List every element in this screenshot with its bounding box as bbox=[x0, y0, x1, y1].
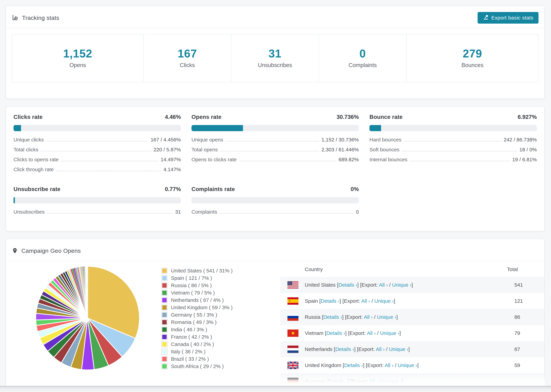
total-cell: 59 bbox=[514, 362, 544, 368]
export-unique-link[interactable]: Unique › bbox=[398, 362, 417, 368]
rate-detail-row: Internal bounces19 / 6.81% bbox=[369, 157, 537, 162]
country-name: Spain bbox=[305, 298, 318, 304]
country-links: [Details ›] [Export: All › / Unique ›] bbox=[324, 330, 401, 336]
rate-detail-value: 689.82% bbox=[339, 157, 359, 162]
export-unique-link[interactable]: Unique › bbox=[374, 298, 394, 304]
total-cell: 79 bbox=[514, 330, 544, 336]
legend-swatch bbox=[161, 356, 168, 362]
details-link[interactable]: Details › bbox=[339, 282, 357, 288]
legend-item: Vietnam ( 79 / 5% ) bbox=[161, 289, 233, 296]
stat-label: Clicks bbox=[180, 62, 195, 68]
stat-box: 0Complaints bbox=[319, 34, 407, 82]
details-link[interactable]: Details › bbox=[321, 298, 339, 304]
rate-panel-header: Complaints rate0% bbox=[191, 186, 359, 192]
legend-swatch bbox=[161, 275, 168, 281]
stat-box: 31Unsubscribes bbox=[231, 34, 319, 82]
flag-vn-icon bbox=[288, 329, 298, 337]
stat-box: 167Clicks bbox=[144, 34, 231, 82]
geo-header: Campaign Geo Opens bbox=[6, 239, 544, 261]
rate-detail-label: Unique clicks bbox=[14, 137, 44, 142]
export-all-link[interactable]: All › bbox=[379, 282, 388, 288]
legend-label: Germany ( 55 / 3% ) bbox=[171, 312, 217, 318]
export-basic-stats-button[interactable]: Export basic stats bbox=[478, 12, 538, 24]
tracking-stats-header: Tracking stats Export basic stats bbox=[6, 6, 544, 28]
legend-item: South Africa ( 29 / 2% ) bbox=[161, 363, 233, 370]
legend-label: United States ( 541 / 31% ) bbox=[171, 268, 233, 274]
legend-item: France ( 42 / 2% ) bbox=[161, 333, 233, 341]
rate-progress-track bbox=[369, 125, 537, 131]
details-link[interactable]: Details › bbox=[344, 362, 363, 368]
geo-title-text: Campaign Geo Opens bbox=[21, 247, 81, 254]
rate-detail-value: 242 / 86.738% bbox=[504, 137, 537, 142]
export-all-link[interactable]: All › bbox=[376, 346, 385, 352]
country-links: [Details ›] [Export: All › / Unique ›] bbox=[336, 282, 413, 288]
stat-box: 1,152Opens bbox=[12, 34, 144, 82]
flag-nl-icon bbox=[288, 345, 298, 353]
geo-table-row: Vietnam [Details ›] [Export: All › / Uni… bbox=[280, 325, 544, 341]
export-all-link[interactable]: All › bbox=[385, 362, 394, 368]
rate-detail-rows: Unique clicks167 / 4.456%Total clicks220… bbox=[14, 137, 181, 172]
flag-us-icon bbox=[288, 281, 298, 289]
dotted-leader bbox=[46, 141, 148, 141]
rate-detail-label: Clicks to opens rate bbox=[14, 157, 58, 162]
legend-item: Canada ( 40 / 2% ) bbox=[161, 341, 233, 348]
rate-detail-label: Complaints bbox=[191, 209, 217, 215]
export-unique-link[interactable]: Unique › bbox=[389, 346, 408, 352]
rate-value: 0.77% bbox=[165, 186, 181, 192]
rate-panel: Opens rate30.736%Unique opens1,152 / 30.… bbox=[191, 114, 359, 177]
rate-detail-rows: Unsubscribes31 bbox=[14, 209, 181, 215]
export-unique-link[interactable]: Unique › bbox=[380, 330, 399, 336]
rate-detail-row: Unique opens1,152 / 30.736% bbox=[191, 137, 359, 142]
tracking-stats-title: Tracking stats bbox=[12, 14, 59, 21]
rate-title: Bounce rate bbox=[369, 114, 403, 120]
stat-label: Opens bbox=[70, 62, 86, 68]
total-cell: 86 bbox=[514, 314, 544, 320]
legend-item: Russia ( 86 / 5% ) bbox=[161, 282, 233, 289]
rate-detail-row: Click through rate4.147% bbox=[14, 167, 181, 172]
geo-title: Campaign Geo Opens bbox=[12, 247, 81, 254]
rate-progress-track bbox=[14, 197, 181, 203]
rate-detail-label: Soft bounces bbox=[369, 147, 399, 152]
legend-label: Russia ( 86 / 5% ) bbox=[171, 283, 212, 288]
country-links: [Details ›] [Export: All › / Unique ›] bbox=[318, 298, 395, 304]
rate-panel: Complaints rate0%Complaints0 bbox=[191, 186, 359, 219]
export-unique-link[interactable]: Unique › bbox=[377, 314, 396, 320]
rate-detail-row: Total opens2,303 / 61.446% bbox=[191, 147, 359, 152]
legend-swatch bbox=[161, 304, 168, 311]
export-all-link[interactable]: All › bbox=[364, 314, 373, 320]
export-unique-link[interactable]: Unique › bbox=[392, 282, 411, 288]
country-links: [Details ›] [Export: All › / Unique ›] bbox=[320, 314, 398, 320]
stat-label: Unsubscribes bbox=[258, 62, 292, 68]
window-bottom-strip bbox=[0, 386, 551, 392]
stats-row: 1,152Opens167Clicks31Unsubscribes0Compla… bbox=[12, 34, 538, 82]
details-link[interactable]: Details › bbox=[323, 314, 342, 320]
export-all-link[interactable]: All › bbox=[361, 298, 370, 304]
rate-panel-header: Bounce rate6.927% bbox=[369, 114, 537, 120]
details-link[interactable]: Details › bbox=[326, 330, 345, 336]
legend-swatch bbox=[161, 268, 168, 274]
rate-detail-value: 220 / 5.87% bbox=[154, 147, 181, 152]
rate-detail-label: Internal bounces bbox=[369, 157, 407, 162]
rate-detail-rows: Unique opens1,152 / 30.736%Total opens2,… bbox=[191, 137, 359, 162]
legend-swatch bbox=[161, 290, 168, 296]
rate-detail-rows: Hard bounces242 / 86.738%Soft bounces18 … bbox=[369, 137, 537, 162]
rate-panel: Unsubscribe rate0.77%Unsubscribes31 bbox=[14, 186, 181, 219]
rate-detail-value: 2,303 / 61.446% bbox=[321, 147, 359, 152]
dotted-leader bbox=[226, 141, 319, 141]
legend-item: Netherlands ( 67 / 4% ) bbox=[161, 296, 233, 304]
rate-panel: Bounce rate6.927%Hard bounces242 / 86.73… bbox=[369, 114, 537, 177]
flag-ru-icon bbox=[288, 313, 298, 321]
details-link[interactable]: Details › bbox=[335, 346, 354, 352]
rate-detail-label: Click through rate bbox=[14, 167, 54, 172]
legend-label: Vietnam ( 79 / 5% ) bbox=[171, 290, 215, 296]
rates-body: Clicks rate4.46%Unique clicks167 / 4.456… bbox=[6, 106, 544, 219]
dotted-leader bbox=[219, 213, 353, 214]
legend-label: Brazil ( 33 / 2% ) bbox=[171, 356, 209, 362]
flag-gb-icon bbox=[288, 362, 298, 369]
rates-row-1: Clicks rate4.46%Unique clicks167 / 4.456… bbox=[14, 114, 537, 177]
export-all-link[interactable]: All › bbox=[367, 330, 376, 336]
geo-table-row: Russia [Details ›] [Export: All › / Uniq… bbox=[280, 309, 544, 325]
rate-detail-row: Opens to clicks rate689.82% bbox=[191, 157, 359, 162]
total-cell: 121 bbox=[514, 298, 544, 304]
dotted-leader bbox=[47, 213, 173, 214]
